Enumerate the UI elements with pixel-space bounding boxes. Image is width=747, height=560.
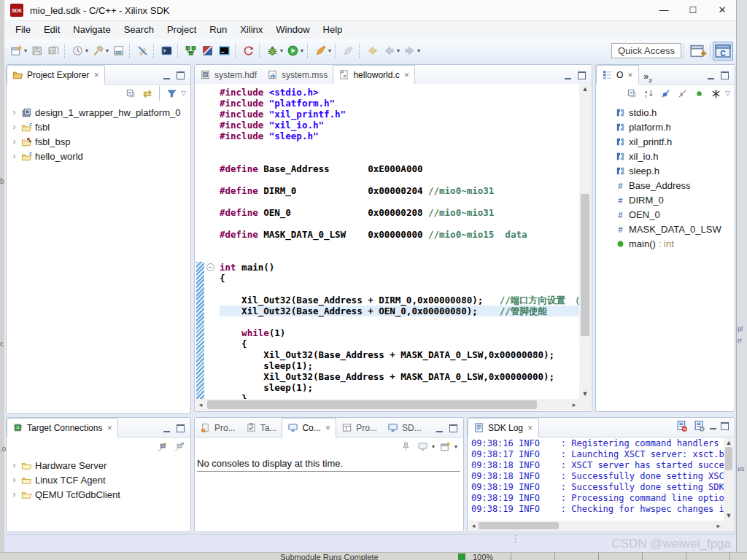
tree-item-design-1-wrapper-hw-platform-0[interactable]: ›design_1_wrapper_hw_platform_0 [7,105,190,120]
scrollbar-thumb[interactable] [479,522,559,529]
close-view-icon[interactable]: ✕ [627,71,633,79]
minimize-view-icon[interactable] [163,72,170,79]
maximize-view-icon[interactable] [177,71,185,79]
tree-item-linux-tcf-agent[interactable]: ›Linux TCF Agent [7,472,190,487]
minimize-window-icon[interactable]: — [649,0,678,20]
close-view-icon[interactable]: ✕ [107,424,112,432]
menu-help[interactable]: Help [317,21,349,39]
mark-occurrences-icon[interactable] [134,42,151,60]
editor-tab-system-mss[interactable]: system.mss [262,66,333,84]
tree-item-hardware-server[interactable]: ›Hardware Server [7,458,190,472]
maximize-view-icon[interactable] [721,71,729,79]
tab-project-explorer[interactable]: Project Explorer ✕ [7,65,105,85]
menu-run[interactable]: Run [203,21,233,39]
new-dropdown-icon[interactable]: ▾ [24,47,27,54]
minimize-view-icon[interactable] [163,425,170,432]
tree-item-qemu-tcfgdbclient[interactable]: ›QEMU TcfGdbClient [7,487,190,502]
scroll-right-icon[interactable]: ▸ [713,521,724,531]
scroll-left-icon[interactable]: ◂ [196,399,206,411]
console-tab-ta-[interactable]: Ta... [241,419,282,437]
minimize-editor-icon[interactable] [565,72,571,79]
open-console-dropdown-icon[interactable]: ▾ [454,443,457,450]
hide-non-public-icon[interactable] [692,86,706,101]
binary-utility-icon[interactable]: 010 [110,42,127,60]
close-view-icon[interactable]: ✕ [93,71,99,79]
open-perspective-icon[interactable] [689,42,708,60]
link-with-editor-icon[interactable]: ⇄ [140,86,155,101]
outline-item-xil-printf-h[interactable]: xil_printf.h [615,134,735,149]
back-dropdown-icon[interactable]: ▾ [397,47,400,54]
scroll-down-icon[interactable]: ▼ [724,510,734,521]
editor-tab-helloworld-c[interactable]: .chelloworld.c✕ [333,65,415,85]
build-icon[interactable] [90,42,107,60]
tree-item-fsbl-bsp[interactable]: ›fsbl_bsp [7,134,190,149]
minimize-view-icon[interactable] [436,425,443,432]
scrollbar-thumb[interactable] [581,194,589,336]
minimize-view-icon[interactable] [708,72,714,79]
sort-icon[interactable]: az [641,86,656,101]
run-dropdown-icon[interactable]: ▾ [301,47,303,54]
new-icon[interactable] [8,42,25,60]
menu-search[interactable]: Search [117,21,160,39]
maximize-view-icon[interactable] [721,422,729,430]
disconnect-target-icon[interactable] [171,439,186,454]
code-editor[interactable]: #include <stdio.h>#include "platform.h"#… [196,84,579,399]
save-all-icon[interactable] [45,42,62,60]
program-flash-dropdown-icon[interactable]: ▾ [328,47,331,54]
quick-access-button[interactable]: Quick Access [611,43,681,58]
menu-project[interactable]: Project [160,21,203,39]
new-target-connection-icon[interactable] [155,439,169,454]
xsct-console-icon[interactable] [216,42,233,60]
console-tab-co-[interactable]: Co...✕ [282,418,336,438]
scroll-left-icon[interactable]: ◂ [468,521,479,531]
close-tab-icon[interactable]: ✕ [404,71,410,79]
program-fpga-icon[interactable] [199,42,216,60]
hide-static-members-icon[interactable]: s [675,86,689,101]
terminal-icon[interactable] [158,42,175,60]
maximize-view-icon[interactable] [449,424,457,432]
scroll-up-icon[interactable]: ▲ [724,438,734,448]
editor-horizontal-scrollbar[interactable]: ◂ ▸ [196,399,579,411]
run-icon[interactable] [285,42,301,60]
maximize-view-icon[interactable] [177,424,185,432]
outline-item-platform-h[interactable]: platform.h [615,120,735,134]
menu-file[interactable]: File [9,21,37,39]
view-stack-overflow-tab[interactable]: »2 [639,71,657,84]
collapse-all-icon[interactable] [624,86,639,101]
menu-navigate[interactable]: Navigate [66,21,117,39]
console-tab-sd-[interactable]: SD... [382,419,427,437]
last-edit-location-icon[interactable] [364,42,381,60]
menu-window[interactable]: Window [269,21,316,39]
back-icon[interactable] [381,42,398,60]
console-tab-pro-[interactable]: Pro... [195,419,241,437]
scroll-up-icon[interactable]: ▲ [579,84,591,94]
display-console-icon[interactable] [416,439,430,454]
menu-edit[interactable]: Edit [37,21,66,39]
outline-item-dirm-0[interactable]: #DIRM_0 [615,192,735,207]
display-console-dropdown-icon[interactable]: ▾ [432,443,435,450]
editor-tab-system-hdf[interactable]: system.hdf [195,66,262,84]
close-tab-icon[interactable]: ✕ [325,424,331,432]
log-vertical-scrollbar[interactable]: ▲ ▼ [724,438,734,521]
hide-fields-icon[interactable] [658,86,673,101]
menu-xilinx[interactable]: Xilinx [233,21,269,39]
debug-dropdown-icon[interactable]: ▾ [280,47,283,54]
minimize-view-icon[interactable] [710,422,716,429]
log-horizontal-scrollbar[interactable]: ◂ ▸ [468,521,724,531]
filter-icon[interactable] [164,86,179,101]
open-console-icon[interactable] [438,439,453,454]
tree-item-hello-world[interactable]: ›Chello_world [7,149,190,163]
log-settings-icon[interactable] [692,419,705,432]
outline-item-main-[interactable]: main() : int [615,236,735,251]
maximize-editor-icon[interactable] [578,71,586,79]
clear-log-icon[interactable] [675,419,688,432]
view-menu-icon[interactable]: ▽ [181,90,186,97]
statusbar-handle[interactable]: ⋮ [511,537,520,541]
close-view-icon[interactable]: ✕ [527,424,533,432]
tab-target-connections[interactable]: Target Connections ✕ [7,418,118,438]
outline-item-oen-0[interactable]: #OEN_0 [615,207,735,222]
build-dropdown-icon[interactable]: ▾ [106,47,109,54]
create-boot-image-icon[interactable] [182,42,199,60]
tab-outline[interactable]: O ✕ [596,65,639,85]
outline-item-sleep-h[interactable]: sleep.h [615,163,735,178]
